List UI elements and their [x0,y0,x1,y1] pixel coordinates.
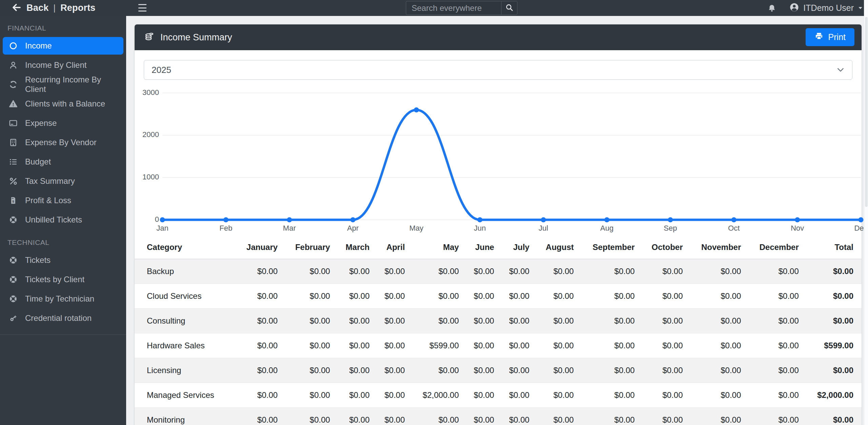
sidebar-item-profit-loss[interactable]: $ Profit & Loss [3,192,123,209]
sidebar-item-label: Profit & Loss [25,196,71,205]
back-label[interactable]: Back [26,3,48,13]
value-cell: $0.00 [374,284,410,309]
value-cell: $0.00 [335,284,374,309]
sidebar-item-label: Tax Summary [25,176,75,186]
panel-title-group: Income Summary [144,32,232,43]
x-axis-labels: JanFebMarAprMayJunJulAugSepOctNovDec [156,224,867,232]
svg-text:Jan: Jan [156,224,168,232]
svg-text:Mar: Mar [283,224,296,232]
value-cell: $0.00 [234,408,282,425]
person-circle-icon [789,2,799,14]
svg-text:Aug: Aug [600,224,613,232]
percent-icon [8,176,18,186]
value-cell: $0.00 [578,333,639,358]
data-point [731,217,736,223]
sidebar-item-budget[interactable]: Budget [3,153,123,171]
column-header-april: April [374,236,410,259]
menu-toggle-icon[interactable] [138,4,147,12]
app-root: Back | Reports ITDemo User FINANCIAL [0,0,868,425]
value-cell: $0.00 [410,259,463,284]
svg-text:May: May [409,224,423,232]
table-row-licensing: Licensing$0.00$0.00$0.00$0.00$0.00$0.00$… [135,358,862,383]
sidebar-item-clients-with-a-balance[interactable]: Clients with a Balance [3,95,123,113]
vertical-scrollbar[interactable] [864,0,868,425]
sidebar-item-income[interactable]: Income [3,37,123,55]
table-row-consulting: Consulting$0.00$0.00$0.00$0.00$0.00$0.00… [135,309,862,333]
data-point [160,217,165,223]
sidebar-item-credential-rotation[interactable]: Credential rotation [3,309,123,327]
value-cell: $0.00 [282,309,335,333]
back-arrow-icon [12,2,22,14]
column-header-may: May [410,236,463,259]
sidebar-section-label: FINANCIAL [0,16,126,37]
value-cell: $0.00 [335,408,374,425]
sidebar-item-unbilled-tickets[interactable]: Unbilled Tickets [3,211,123,229]
sidebar-item-expense-by-vendor[interactable]: Expense By Vendor [3,134,123,151]
value-cell: $0.00 [374,309,410,333]
notifications-bell-icon[interactable] [767,3,776,13]
sidebar-section: TECHNICAL Tickets Tickets by Client Time… [0,230,126,327]
svg-text:Feb: Feb [219,224,232,232]
svg-text:Apr: Apr [347,224,359,232]
coins-icon [144,32,154,43]
year-select-value: 2025 [152,65,171,75]
search-input[interactable] [406,1,501,15]
user-menu[interactable]: ITDemo User [789,2,863,14]
value-cell: $0.00 [463,309,499,333]
life-ring-icon [8,294,18,304]
building-icon [8,137,18,148]
sidebar-item-recurring-income-by-client[interactable]: Recurring Income By Client [3,76,123,93]
value-cell: $0.00 [282,408,335,425]
search-button[interactable] [501,1,517,15]
value-cell: $0.00 [463,358,499,383]
column-header-march: March [335,236,374,259]
value-cell: $0.00 [410,284,463,309]
sidebar-item-time-by-technician[interactable]: Time by Technician [3,290,123,308]
value-cell: $0.00 [688,309,746,333]
value-cell: $0.00 [534,333,578,358]
sidebar-item-tickets-by-client[interactable]: Tickets by Client [3,271,123,288]
column-header-total: Total [804,236,862,259]
income-table-container: CategoryJanuaryFebruaryMarchAprilMayJune… [135,236,862,425]
sidebar-section-label: TECHNICAL [0,230,126,251]
data-point [668,217,673,223]
value-cell: $0.00 [234,358,282,383]
value-cell: $0.00 [499,309,534,333]
value-cell: $0.00 [639,259,688,284]
value-cell: $0.00 [374,383,410,408]
value-cell: $0.00 [499,408,534,425]
scrollbar-thumb[interactable] [865,17,868,207]
year-select[interactable]: 2025 [144,60,852,80]
value-cell: $0.00 [688,358,746,383]
value-cell: $0.00 [282,333,335,358]
value-cell: $0.00 [578,259,639,284]
sidebar-item-label: Clients with a Balance [25,99,105,109]
income-chart: 0100020003000JanFebMarAprMayJunJulAugSep… [143,88,865,237]
value-cell: $0.00 [234,383,282,408]
value-cell: $0.00 [499,383,534,408]
data-point [350,217,355,223]
printer-icon [814,32,824,43]
print-button[interactable]: Print [806,28,854,46]
value-cell: $0.00 [335,383,374,408]
value-cell: $599.00 [410,333,463,358]
table-row-managed-services: Managed Services$0.00$0.00$0.00$0.00$2,0… [135,383,862,408]
data-point [541,217,546,223]
sidebar-item-tickets[interactable]: Tickets [3,251,123,269]
column-header-november: November [688,236,746,259]
sidebar-item-income-by-client[interactable]: Income By Client [3,56,123,74]
category-cell: Hardware Sales [135,333,234,358]
invoice-dollar-icon: $ [8,195,18,206]
sidebar-section: FINANCIAL Income Income By Client Recurr… [0,16,126,229]
value-cell: $0.00 [410,358,463,383]
sidebar-item-expense[interactable]: Expense [3,114,123,132]
chart-points [160,107,864,222]
user-name: ITDemo User [803,3,854,13]
value-cell: $0.00 [639,333,688,358]
svg-text:Sep: Sep [664,224,677,232]
sidebar-item-tax-summary[interactable]: Tax Summary [3,172,123,190]
key-icon [8,313,18,323]
y-axis-labels: 0100020003000 [142,88,159,224]
back-button[interactable]: Back | Reports [12,0,96,16]
column-header-october: October [639,236,688,259]
